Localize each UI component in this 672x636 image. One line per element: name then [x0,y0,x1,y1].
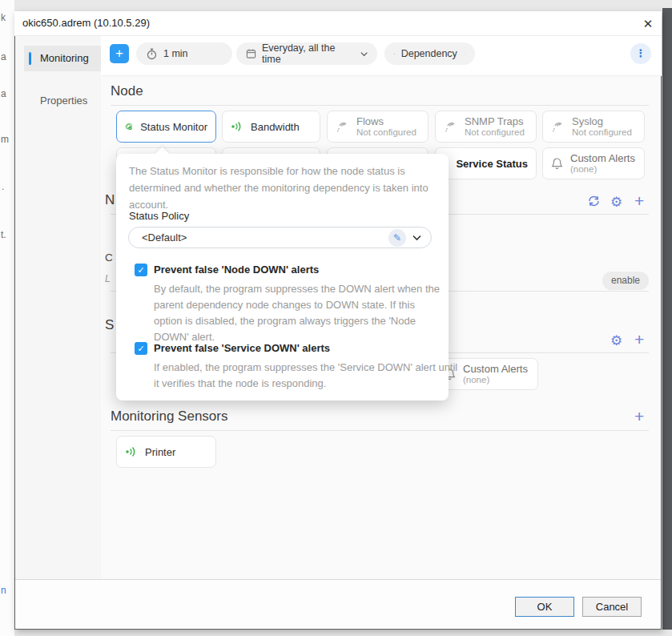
background-text-fragment: a [1,51,6,62]
gear-icon[interactable]: ⚙ [610,194,622,211]
tile-bandwidth[interactable]: Bandwidth [222,111,320,143]
chevron-down-icon[interactable] [412,235,421,241]
close-icon[interactable]: ✕ [638,14,658,34]
stopwatch-icon [146,48,158,60]
tile-label: Custom Alerts [463,363,528,375]
tile-service-status[interactable]: Service Status [435,147,537,179]
background-text-fragment: m [1,134,9,145]
gear-icon[interactable]: ⚙ [610,332,622,349]
refresh-icon[interactable] [587,195,601,207]
schedule-pill[interactable]: Everyday, all the time [236,42,377,65]
dialog-title: okic650.adrem (10.10.5.29) [22,17,150,29]
background-text-fragment: n [1,585,6,596]
background-text-fragment: a [1,88,6,99]
divider [111,105,649,106]
hidden-section-title-fragment: N [105,192,115,208]
chevron-down-icon [465,51,465,57]
edit-pencil-icon[interactable]: ✎ [388,229,406,247]
add-monitor-button[interactable]: + [110,44,129,63]
dependency-label: Dependency [401,48,457,59]
prevent-node-down-label[interactable]: Prevent false 'Node DOWN' alerts [154,264,319,276]
background-text-fragment: k [1,12,6,23]
schedule-label: Everyday, all the time [262,42,350,65]
tile-subtext: Not configured [356,127,416,138]
prevent-service-down-description: If enabled, the program suppresses the '… [154,360,465,392]
prevent-service-down-label[interactable]: Prevent false 'Service DOWN' alerts [154,342,330,354]
ok-button[interactable]: OK [515,597,574,617]
tile-subtext: Not configured [572,127,632,138]
status-policy-value: <Default> [142,231,388,244]
cancel-button[interactable]: Cancel [582,597,642,617]
tile-subtext: (none) [570,164,635,175]
interval-pill[interactable]: 1 min [136,42,232,65]
bell-icon [551,157,563,171]
listen-icon [336,120,349,134]
sensors-section-title: Monitoring Sensors [111,409,227,425]
prevent-node-down-description: By default, the program suppresses the D… [154,281,442,345]
tile-subtext: (none) [463,375,528,385]
tile-label: Service Status [456,158,528,170]
signal-icon [231,120,243,133]
tile-printer[interactable]: Printer [116,436,216,468]
plus-icon[interactable]: + [634,194,644,208]
tile-label: Bandwidth [251,121,300,133]
status-policy-label: Status Policy [129,210,189,222]
prevent-node-down-checkbox[interactable]: ✓ [135,264,147,276]
popover-description: The Status Monitor is responsible for ho… [129,163,437,213]
interval-label: 1 min [163,48,188,59]
plus-icon[interactable]: + [634,409,644,424]
status-monitor-popover: The Status Monitor is responsible for ho… [116,154,449,401]
tile-custom-alerts[interactable]: Custom Alerts (none) [542,147,645,179]
tile-label: SNMP Traps [465,115,525,127]
prevent-service-down-checkbox[interactable]: ✓ [135,342,147,355]
sidebar-item-label: Monitoring [40,52,89,64]
tile-status-monitor[interactable]: Status Monitor [116,111,216,143]
calendar-icon [246,48,256,59]
enable-button[interactable]: enable [602,272,649,290]
tile-label: Flows [356,115,416,127]
plus-icon[interactable]: + [634,332,644,347]
tile-flows[interactable]: Flows Not configured [327,111,429,143]
divider [111,430,649,431]
more-menu-icon[interactable]: ⋮ [630,43,651,64]
tile-snmp-traps[interactable]: SNMP Traps Not configured [435,111,537,143]
sidebar-item-monitoring[interactable]: Monitoring [24,46,101,71]
dependency-pill[interactable]: Dependency [384,42,475,65]
tile-label: Status Monitor [140,121,207,133]
listen-icon [444,120,457,134]
status-policy-select[interactable]: <Default> ✎ [128,227,432,248]
node-section-title: Node [111,83,143,99]
dependency-icon [394,49,396,59]
signal-icon [125,445,138,458]
tile-label: Printer [145,446,175,458]
background-text-fragment: . [2,181,4,192]
sidebar-item-label: Properties [40,95,87,107]
hidden-text-fragment: C [105,252,113,264]
background-text-fragment: t. [1,229,6,240]
tile-syslog[interactable]: Syslog Not configured [542,111,645,143]
tile-label: Custom Alerts [570,152,635,164]
chevron-down-icon [360,51,368,57]
sidebar: Monitoring Properties [15,36,101,579]
tile-subtext: Not configured [465,127,525,138]
sidebar-item-properties[interactable]: Properties [24,88,101,114]
hidden-section-title-fragment: S [105,317,114,333]
hidden-text-fragment: L [105,273,111,284]
background-window-edge [662,8,672,630]
tile-label: Syslog [572,115,632,127]
listen-icon [551,120,565,134]
status-monitor-icon [125,119,133,135]
selected-indicator [29,52,31,65]
background-window-sliver: k a a m . t. n [0,0,14,636]
